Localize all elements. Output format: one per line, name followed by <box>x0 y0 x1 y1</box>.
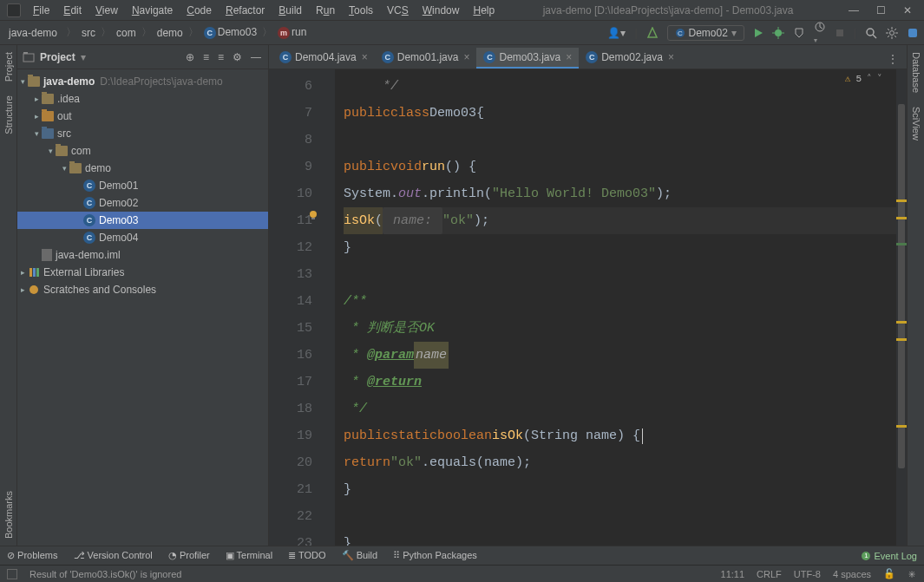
menu-window[interactable]: Window <box>417 3 465 18</box>
run-configuration-select[interactable]: C Demo02 ▾ <box>667 25 744 41</box>
tab-demo02[interactable]: CDemo02.java× <box>579 48 681 69</box>
menu-code[interactable]: Code <box>181 3 217 18</box>
bc-class[interactable]: CDemo03 <box>204 26 257 39</box>
bottom-terminal[interactable]: ▣ Terminal <box>226 550 272 561</box>
build-icon[interactable] <box>646 27 659 39</box>
coverage-button[interactable] <box>793 27 805 39</box>
status-bar: Result of 'Demo03.isOk()' is ignored 11:… <box>0 565 924 582</box>
stop-button[interactable] <box>835 28 845 38</box>
menu-run[interactable]: Run <box>311 3 340 18</box>
inspection-widget[interactable]: ⚠ 5 ˄ ˅ <box>845 73 882 84</box>
menu-refactor[interactable]: Refactor <box>220 3 270 18</box>
close-button[interactable]: ✕ <box>903 4 912 16</box>
side-tab-sciview[interactable]: SciView <box>909 100 923 147</box>
tree-ext-libs[interactable]: ▸External Libraries <box>17 264 268 281</box>
tree-demo01[interactable]: CDemo01 <box>17 177 268 194</box>
status-notifications-icon[interactable]: ⛯ <box>908 569 917 579</box>
code-editor[interactable]: 67891011121314151617181920212223 */publi… <box>269 69 907 546</box>
project-settings-icon[interactable]: ⚙ <box>231 49 244 65</box>
scrollbar-thumb[interactable] <box>898 104 905 468</box>
menu-build[interactable]: Build <box>273 3 307 18</box>
menu-navigate[interactable]: Navigate <box>127 3 178 18</box>
side-tab-database[interactable]: Database <box>909 45 923 100</box>
scroll-from-source-icon[interactable]: ⊕ <box>184 49 196 65</box>
debug-button[interactable] <box>772 27 784 39</box>
tree-demo04[interactable]: CDemo04 <box>17 229 268 246</box>
intention-bulb-icon[interactable] <box>307 209 319 221</box>
bottom-todo[interactable]: ≣ TODO <box>288 550 325 561</box>
svg-text:C: C <box>678 29 683 37</box>
tree-demo03[interactable]: CDemo03 <box>17 212 268 229</box>
tree-iml[interactable]: java-demo.iml <box>17 246 268 264</box>
tabs-more-icon[interactable]: ⋮ <box>879 49 907 69</box>
close-icon[interactable]: × <box>362 51 368 63</box>
inspection-down-icon[interactable]: ˅ <box>877 73 882 84</box>
bottom-build[interactable]: 🔨 Build <box>342 550 378 561</box>
tree-src[interactable]: ▾src <box>17 125 268 142</box>
bc-project[interactable]: java-demo <box>5 26 61 40</box>
inspection-up-icon[interactable]: ˄ <box>867 73 872 84</box>
maximize-button[interactable]: ☐ <box>876 4 886 16</box>
bc-method[interactable]: mrun <box>278 26 306 39</box>
fold-column[interactable] <box>321 69 335 546</box>
bc-demo[interactable]: demo <box>157 27 183 39</box>
class-icon: C <box>279 51 292 63</box>
menu-help[interactable]: Help <box>468 3 500 18</box>
bottom-profiler[interactable]: ◔ Profiler <box>168 550 210 561</box>
event-log-button[interactable]: 1Event Log <box>862 551 917 561</box>
tree-scratches[interactable]: ▸Scratches and Consoles <box>17 281 268 298</box>
side-tab-bookmarks[interactable]: Bookmarks <box>2 484 16 546</box>
status-line-col[interactable]: 11:11 <box>721 569 745 579</box>
tool-windows-toggle[interactable] <box>7 569 17 579</box>
bottom-vcs[interactable]: ⎇ Version Control <box>74 550 153 561</box>
code-with-me-button[interactable] <box>907 27 919 39</box>
status-readonly-icon[interactable]: 🔓 <box>883 568 895 579</box>
search-everywhere-button[interactable] <box>865 27 877 39</box>
status-encoding[interactable]: UTF-8 <box>794 569 821 579</box>
menu-tools[interactable]: Tools <box>344 3 378 18</box>
bottom-problems[interactable]: ⊘ Problems <box>7 550 58 561</box>
svg-rect-14 <box>23 52 28 54</box>
bottom-tool-bar: ⊘ Problems ⎇ Version Control ◔ Profiler … <box>0 546 924 565</box>
tab-demo01[interactable]: CDemo01.java× <box>375 48 477 69</box>
menu-view[interactable]: View <box>90 3 123 18</box>
window-title: java-demo [D:\IdeaProjects\java-demo] - … <box>500 4 836 16</box>
class-icon: C <box>483 51 495 63</box>
editor-scrollbar[interactable] <box>896 69 907 546</box>
run-button[interactable] <box>753 28 763 38</box>
add-config-icon[interactable]: 👤▾ <box>607 27 626 39</box>
close-icon[interactable]: × <box>566 51 572 63</box>
tree-out[interactable]: ▸out <box>17 108 268 125</box>
menu-file[interactable]: File <box>28 3 55 18</box>
status-indent[interactable]: 4 spaces <box>833 569 871 579</box>
status-message: Result of 'Demo03.isOk()' is ignored <box>29 569 181 579</box>
tree-root[interactable]: ▾ java-demo D:\IdeaProjects\java-demo <box>17 73 268 90</box>
code-body[interactable]: */public class Demo03 { public void run(… <box>335 69 896 546</box>
project-view-dropdown[interactable]: ▾ <box>81 51 86 63</box>
project-tree[interactable]: ▾ java-demo D:\IdeaProjects\java-demo ▸.… <box>17 69 268 546</box>
tree-idea[interactable]: ▸.idea <box>17 90 268 108</box>
editor-gutter[interactable]: 67891011121314151617181920212223 <box>269 69 321 546</box>
bottom-python[interactable]: ⠿ Python Packages <box>393 550 477 561</box>
hide-panel-icon[interactable]: — <box>249 49 263 65</box>
bc-src[interactable]: src <box>82 27 95 39</box>
tree-demo[interactable]: ▾demo <box>17 160 268 177</box>
side-tab-structure[interactable]: Structure <box>2 88 16 141</box>
svg-point-2 <box>775 29 782 36</box>
side-tab-project[interactable]: Project <box>2 45 16 88</box>
tree-com[interactable]: ▾com <box>17 142 268 160</box>
settings-button[interactable] <box>886 27 898 39</box>
tab-demo04[interactable]: CDemo04.java× <box>272 48 375 69</box>
close-icon[interactable]: × <box>668 51 674 63</box>
menu-vcs[interactable]: VCS <box>382 3 414 18</box>
tab-demo03[interactable]: CDemo03.java× <box>476 48 579 69</box>
tree-demo02[interactable]: CDemo02 <box>17 194 268 212</box>
menu-edit[interactable]: Edit <box>58 3 87 18</box>
expand-all-icon[interactable]: ≡ <box>201 49 211 65</box>
profiler-button[interactable]: ▾ <box>814 21 826 45</box>
minimize-button[interactable]: — <box>849 4 859 16</box>
close-icon[interactable]: × <box>463 51 469 63</box>
collapse-all-icon[interactable]: ≡ <box>216 49 226 65</box>
status-eol[interactable]: CRLF <box>757 569 782 579</box>
bc-com[interactable]: com <box>116 27 136 39</box>
